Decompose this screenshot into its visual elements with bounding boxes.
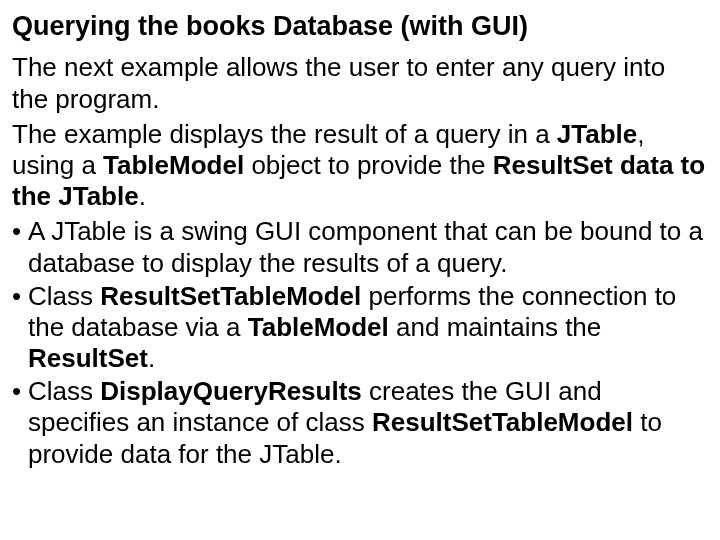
intro-paragraph-1: The next example allows the user to ente… [12, 52, 708, 114]
text: object to provide the [244, 150, 493, 180]
term-resultsettablemodel: ResultSetTableModel [372, 407, 633, 437]
text: The example displays the result of a que… [12, 119, 557, 149]
text: . [139, 181, 146, 211]
page-title: Querying the books Database (with GUI) [12, 10, 708, 42]
text: Class [28, 376, 100, 406]
intro-paragraph-2: The example displays the result of a que… [12, 119, 708, 213]
term-jtable: JTable [557, 119, 637, 149]
list-item: Class ResultSetTableModel performs the c… [12, 281, 708, 375]
text: . [148, 343, 155, 373]
bullet-list: A JTable is a swing GUI component that c… [12, 216, 708, 470]
text: and maintains the [389, 312, 601, 342]
term-resultsettablemodel: ResultSetTableModel [100, 281, 361, 311]
term-tablemodel: TableModel [248, 312, 389, 342]
term-displayqueryresults: DisplayQueryResults [100, 376, 362, 406]
text: Class [28, 281, 100, 311]
term-resultset: ResultSet [28, 343, 148, 373]
list-item: A JTable is a swing GUI component that c… [12, 216, 708, 278]
list-item: Class DisplayQueryResults creates the GU… [12, 376, 708, 470]
term-tablemodel: TableModel [103, 150, 244, 180]
